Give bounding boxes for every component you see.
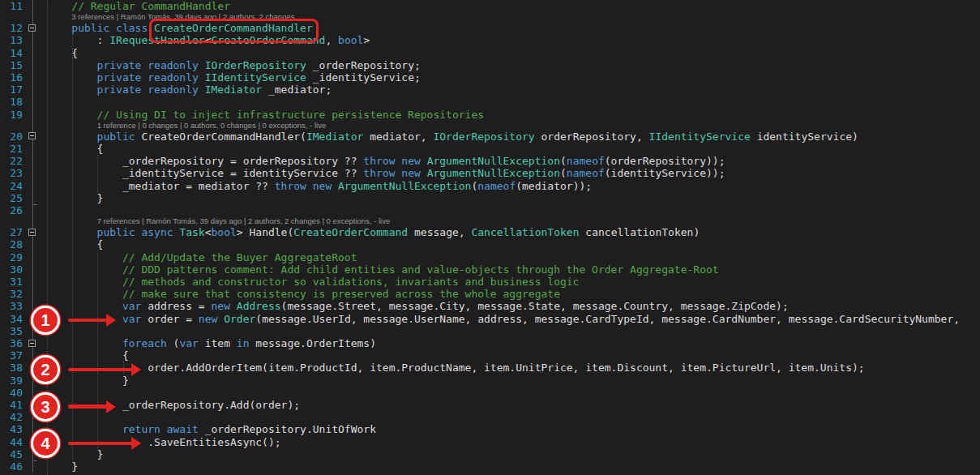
callout-arrow: [68, 404, 108, 409]
callout-arrowhead: [106, 400, 116, 413]
callout-arrow: [68, 319, 108, 323]
callout-arrowhead: [106, 314, 116, 327]
callout-badge-3: 3: [31, 392, 60, 422]
callout-arrow: [68, 442, 133, 446]
highlight-box: [149, 19, 319, 43]
code-editor: 11 // Regular CommandHandler3 references…: [0, 0, 980, 475]
annotation-overlay: 1234: [0, 0, 980, 475]
callout-arrow: [68, 368, 133, 372]
callout-arrowhead: [131, 437, 141, 450]
callout-badge-4: 4: [31, 429, 60, 458]
callout-badge-2: 2: [31, 355, 60, 384]
callout-badge-1: 1: [31, 306, 60, 335]
callout-arrowhead: [131, 363, 141, 376]
